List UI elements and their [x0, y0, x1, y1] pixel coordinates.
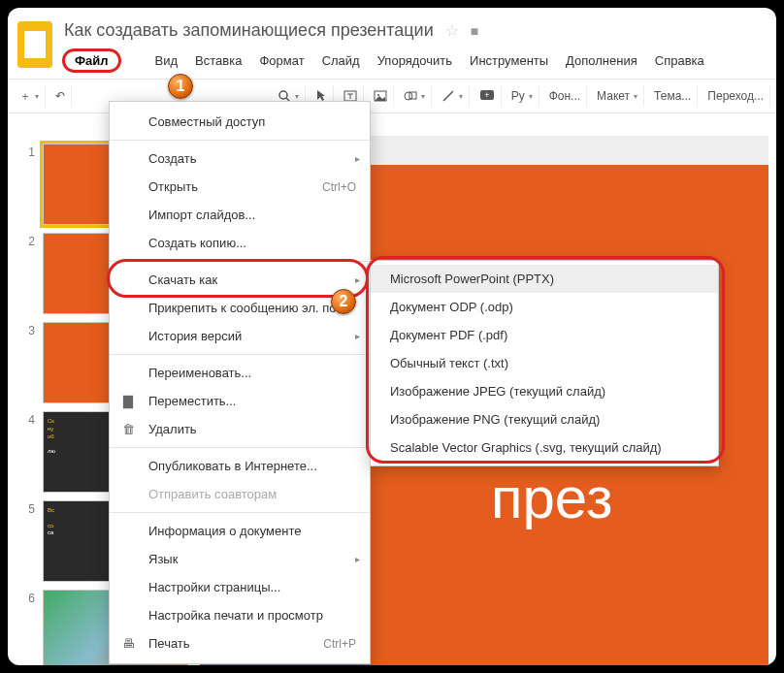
download-odp[interactable]: Документ ODP (.odp)	[371, 293, 718, 321]
new-slide-button[interactable]: ＋▾	[14, 84, 46, 109]
layout-button[interactable]: Макет▾	[591, 85, 644, 107]
comment-button[interactable]: +	[474, 85, 502, 107]
submenu-arrow-icon: ▸	[355, 554, 360, 564]
submenu-arrow-icon: ▸	[355, 274, 360, 285]
menu-rename[interactable]: Переименовать...	[110, 359, 370, 387]
download-png[interactable]: Изображение PNG (текущий слайд)	[371, 405, 718, 433]
submenu-arrow-icon: ▸	[355, 331, 360, 341]
star-icon[interactable]: ☆	[445, 21, 459, 40]
menu-insert[interactable]: Вставка	[186, 49, 250, 72]
thumb-number: 5	[21, 500, 35, 582]
svg-point-0	[279, 91, 287, 99]
thumb-number: 4	[21, 411, 35, 493]
svg-text:+: +	[484, 90, 489, 100]
image-tool[interactable]	[368, 85, 394, 107]
thumb-number: 2	[21, 233, 35, 314]
menu-version-history[interactable]: История версий▸	[110, 322, 370, 350]
annotation-badge-2: 2	[331, 289, 356, 314]
menu-make-copy[interactable]: Создать копию...	[110, 229, 370, 257]
menu-publish[interactable]: Опубликовать в Интернете...	[110, 452, 370, 480]
annotation-badge-1: 1	[168, 74, 193, 99]
menu-format[interactable]: Формат	[250, 49, 312, 72]
slides-logo	[17, 21, 52, 68]
background-button[interactable]: Фон...	[543, 85, 587, 107]
menu-language[interactable]: Язык▸	[110, 545, 370, 573]
menu-file[interactable]: Файл	[62, 48, 121, 73]
line-tool[interactable]: ▾	[436, 85, 470, 107]
download-jpeg[interactable]: Изображение JPEG (текущий слайд)	[371, 377, 718, 405]
menu-print-preview[interactable]: Настройка печати и просмотр	[110, 601, 370, 629]
menu-open[interactable]: ОткрытьCtrl+O	[110, 173, 370, 201]
svg-point-6	[377, 94, 379, 96]
submenu-arrow-icon: ▸	[355, 153, 360, 164]
menu-arrange[interactable]: Упорядочить	[369, 49, 461, 72]
menu-delete[interactable]: 🗑Удалить	[110, 415, 370, 443]
menu-import[interactable]: Импорт слайдов...	[110, 201, 370, 229]
input-tools[interactable]: Ру▾	[506, 85, 539, 107]
menu-tools[interactable]: Инструменты	[461, 49, 557, 72]
download-pdf[interactable]: Документ PDF (.pdf)	[371, 321, 718, 349]
thumb-number: 6	[21, 590, 35, 665]
svg-line-9	[443, 91, 453, 101]
theme-button[interactable]: Тема...	[648, 85, 698, 107]
menu-move[interactable]: ▇Переместить...	[110, 387, 370, 415]
folder-icon: ▇	[119, 394, 137, 408]
canvas-text: през	[491, 458, 768, 539]
folder-icon[interactable]: ■	[471, 23, 478, 39]
menu-doc-info[interactable]: Информация о документе	[110, 517, 370, 545]
menu-new[interactable]: Создать▸	[110, 144, 370, 173]
menu-page-setup[interactable]: Настройки страницы...	[110, 573, 370, 601]
menu-view[interactable]: Вид	[147, 49, 187, 72]
download-txt[interactable]: Обычный текст (.txt)	[371, 349, 718, 377]
menu-email-collab: Отправить соавторам	[110, 480, 370, 508]
menubar: Файл Вид Вставка Формат Слайд Упорядочит…	[62, 48, 767, 73]
transition-button[interactable]: Переход...	[702, 85, 770, 107]
thumb-number: 3	[21, 322, 35, 403]
print-icon: 🖶	[119, 636, 137, 651]
menu-share[interactable]: Совместный доступ	[110, 108, 370, 136]
menu-help[interactable]: Справка	[646, 49, 713, 72]
file-menu-dropdown: Совместный доступ Создать▸ ОткрытьCtrl+O…	[109, 101, 371, 664]
shape-tool[interactable]: ▾	[398, 85, 432, 107]
trash-icon: 🗑	[119, 422, 137, 436]
doc-title[interactable]: Как создавать запоминающиеся презентации	[64, 20, 434, 41]
menu-addons[interactable]: Дополнения	[557, 49, 646, 72]
menu-slide[interactable]: Слайд	[313, 49, 369, 72]
menu-download-as[interactable]: Скачать как▸	[110, 266, 370, 294]
undo-button[interactable]: ↶	[49, 85, 72, 107]
thumb-number: 1	[21, 144, 35, 225]
menu-print[interactable]: 🖶ПечатьCtrl+P	[110, 629, 370, 657]
download-pptx[interactable]: Microsoft PowerPoint (PPTX)	[371, 265, 718, 293]
download-svg[interactable]: Scalable Vector Graphics (.svg, текущий …	[371, 433, 718, 462]
download-as-submenu: Microsoft PowerPoint (PPTX) Документ ODP…	[370, 260, 719, 466]
